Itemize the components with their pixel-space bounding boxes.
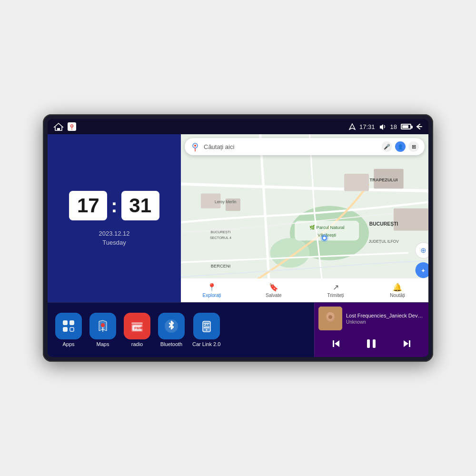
share-icon: ↗ bbox=[333, 283, 339, 292]
svg-text:Leroy Merlin: Leroy Merlin bbox=[215, 199, 237, 204]
media-controls bbox=[318, 333, 425, 354]
svg-point-38 bbox=[101, 323, 105, 327]
radio-label: radio bbox=[131, 341, 143, 347]
svg-point-51 bbox=[328, 315, 332, 319]
back-icon[interactable] bbox=[415, 123, 423, 130]
media-player: Lost Frequencies_Janieck Devy-... Unknow… bbox=[314, 303, 428, 357]
bluetooth-label: Bluetooth bbox=[160, 341, 182, 347]
clock-panel: 17 : 31 2023.12.12 Tuesday bbox=[48, 134, 181, 302]
news-icon: 🔔 bbox=[393, 283, 402, 292]
svg-marker-3 bbox=[349, 124, 355, 129]
navigation-icon bbox=[349, 123, 356, 130]
svg-rect-37 bbox=[70, 328, 73, 331]
app-item-apps[interactable]: Apps bbox=[55, 313, 82, 347]
map-nav-share[interactable]: ↗ Trimiteți bbox=[305, 283, 367, 298]
svg-point-32 bbox=[194, 145, 196, 147]
search-icons: 🎤 👤 ⊞ bbox=[382, 141, 419, 152]
map-nav-news[interactable]: 🔔 Noutăți bbox=[367, 283, 428, 298]
next-button[interactable] bbox=[398, 335, 416, 352]
svg-marker-56 bbox=[404, 340, 408, 347]
svg-rect-35 bbox=[63, 327, 68, 332]
app-item-maps[interactable]: Maps bbox=[89, 313, 116, 347]
svg-rect-34 bbox=[69, 320, 74, 325]
map-nav-share-label: Trimiteți bbox=[327, 293, 344, 298]
status-bar: 17:31 18 bbox=[48, 119, 428, 134]
svg-text:TRAPEZULUI: TRAPEZULUI bbox=[370, 178, 398, 182]
svg-rect-10 bbox=[344, 174, 369, 191]
svg-rect-33 bbox=[63, 320, 68, 325]
explore-icon: 📍 bbox=[207, 283, 217, 292]
svg-point-26 bbox=[323, 237, 326, 239]
radio-icon: FM bbox=[124, 313, 150, 339]
person-icon[interactable]: 👤 bbox=[395, 141, 406, 152]
map-search-bar[interactable]: Căutați aici 🎤 👤 ⊞ bbox=[185, 138, 425, 155]
app-item-radio[interactable]: FM radio bbox=[124, 313, 150, 347]
map-nav-saved-label: Salvate bbox=[266, 293, 281, 298]
device-screen: 17:31 18 bbox=[48, 119, 428, 357]
svg-point-47 bbox=[206, 329, 207, 331]
date-display: 2023.12.12 Tuesday bbox=[99, 230, 129, 246]
map-svg: 🌿 Parcul Natural Văcărești TRAPEZULUI BU… bbox=[181, 134, 428, 302]
svg-text:CAR: CAR bbox=[203, 324, 210, 327]
apps-section: Apps Maps bbox=[48, 303, 314, 357]
svg-text:SECTORUL 4: SECTORUL 4 bbox=[210, 236, 231, 240]
apps-icon bbox=[55, 313, 82, 339]
bluetooth-icon bbox=[158, 313, 185, 339]
map-panel[interactable]: 🌿 Parcul Natural Văcărești TRAPEZULUI BU… bbox=[181, 134, 428, 302]
carlink-label: Car Link 2.0 bbox=[192, 341, 220, 347]
maps-icon bbox=[89, 313, 116, 339]
media-info: Lost Frequencies_Janieck Devy-... Unknow… bbox=[346, 313, 425, 325]
map-nav-explore[interactable]: 📍 Explorați bbox=[181, 283, 243, 298]
map-nav-bar: 📍 Explorați 🔖 Salvate ↗ Trimiteți 🔔 bbox=[181, 278, 428, 302]
map-nav-saved[interactable]: 🔖 Salvate bbox=[243, 283, 305, 298]
play-pause-button[interactable] bbox=[363, 335, 380, 352]
bottom-section: Apps Maps bbox=[48, 302, 428, 357]
google-maps-logo bbox=[190, 142, 200, 151]
battery-icon bbox=[401, 124, 411, 129]
album-art bbox=[318, 307, 342, 330]
saved-icon: 🔖 bbox=[269, 283, 278, 292]
svg-text:FM: FM bbox=[134, 326, 140, 330]
clock-colon: : bbox=[111, 196, 117, 215]
svg-text:⊕: ⊕ bbox=[420, 247, 426, 254]
carlink-icon: CAR bbox=[193, 313, 220, 339]
clock-display: 17 : 31 bbox=[69, 191, 159, 220]
svg-rect-42 bbox=[131, 322, 143, 324]
status-right-icons: 17:31 18 bbox=[349, 123, 423, 130]
status-left-icons bbox=[53, 122, 76, 131]
svg-rect-12 bbox=[394, 208, 428, 231]
svg-marker-52 bbox=[335, 340, 339, 347]
signal-strength: 18 bbox=[390, 123, 397, 130]
maps-status-icon[interactable] bbox=[68, 122, 76, 131]
app-item-carlink[interactable]: CAR Car Link 2.0 bbox=[192, 313, 220, 347]
prev-button[interactable] bbox=[327, 335, 345, 352]
media-title: Lost Frequencies_Janieck Devy-... bbox=[346, 313, 425, 318]
main-content: 17 : 31 2023.12.12 Tuesday bbox=[48, 134, 428, 357]
svg-text:JUDEȚUL ILFOV: JUDEȚUL ILFOV bbox=[368, 239, 399, 244]
media-artist: Unknown bbox=[346, 319, 425, 325]
svg-point-43 bbox=[140, 327, 143, 329]
map-search-text[interactable]: Căutați aici bbox=[204, 143, 378, 150]
svg-point-7 bbox=[270, 238, 309, 268]
svg-text:BERCENI: BERCENI bbox=[211, 264, 230, 268]
svg-rect-55 bbox=[373, 339, 376, 348]
clock-minute: 31 bbox=[121, 191, 159, 220]
svg-rect-54 bbox=[367, 339, 370, 348]
svg-point-2 bbox=[71, 125, 73, 127]
svg-text:🌿 Parcul Natural: 🌿 Parcul Natural bbox=[309, 225, 345, 230]
svg-text:BUCUREȘTI: BUCUREȘTI bbox=[369, 221, 398, 227]
svg-text:✦: ✦ bbox=[421, 268, 426, 274]
media-top: Lost Frequencies_Janieck Devy-... Unknow… bbox=[318, 307, 425, 330]
top-section: 17 : 31 2023.12.12 Tuesday bbox=[48, 134, 428, 302]
mic-icon[interactable]: 🎤 bbox=[382, 141, 392, 152]
svg-rect-57 bbox=[409, 340, 410, 347]
maps-label: Maps bbox=[97, 341, 109, 347]
svg-rect-1 bbox=[57, 128, 60, 130]
status-time: 17:31 bbox=[359, 123, 375, 130]
layers-icon[interactable]: ⊞ bbox=[408, 141, 419, 152]
app-item-bluetooth[interactable]: Bluetooth bbox=[158, 313, 185, 347]
clock-day: Tuesday bbox=[99, 239, 129, 246]
home-icon[interactable] bbox=[53, 122, 64, 131]
clock-date: 2023.12.12 bbox=[99, 230, 129, 237]
map-nav-news-label: Noutăți bbox=[390, 293, 405, 298]
